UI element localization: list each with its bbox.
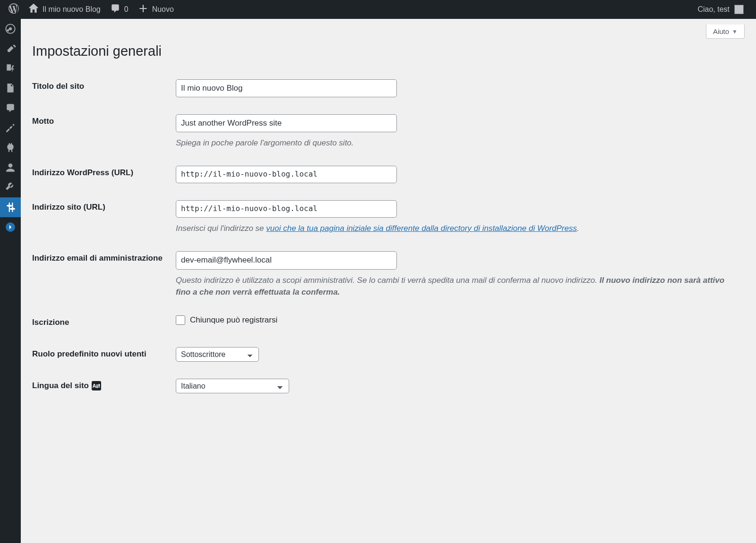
site-language-label: Lingua del sito A⇄ bbox=[32, 370, 170, 402]
page-title: Impostazioni generali bbox=[32, 39, 745, 62]
admin-email-description: Questo indirizzo è utilizzato a scopi am… bbox=[176, 274, 739, 298]
site-url-input[interactable] bbox=[176, 200, 397, 218]
site-url-description: Inserisci qui l'indirizzo se vuoi che la… bbox=[176, 222, 739, 235]
sidebar-item-settings[interactable] bbox=[0, 197, 21, 217]
sidebar-item-tools[interactable] bbox=[0, 178, 21, 197]
settings-form-table: Titolo del sito Motto Spiega in poche pa… bbox=[32, 71, 745, 402]
new-content-link[interactable]: Nuovo bbox=[133, 0, 179, 19]
site-name-label: Il mio nuovo Blog bbox=[43, 5, 101, 14]
help-tab-label: Aiuto bbox=[713, 27, 729, 35]
default-role-label: Ruolo predefinito nuovi utenti bbox=[32, 339, 170, 370]
membership-checkbox[interactable] bbox=[176, 315, 185, 325]
admin-email-label: Indirizzo email di amministrazione bbox=[32, 243, 170, 306]
wordpress-logo-menu[interactable] bbox=[4, 0, 24, 19]
site-url-help-link[interactable]: vuoi che la tua pagina iniziale sia diff… bbox=[266, 224, 577, 233]
translation-icon: A⇄ bbox=[92, 381, 101, 390]
sidebar-item-media[interactable] bbox=[0, 59, 21, 78]
sidebar-item-plugins[interactable] bbox=[0, 138, 21, 158]
user-greeting: Ciao, test bbox=[697, 5, 730, 14]
tagline-description: Spiega in poche parole l'argomento di qu… bbox=[176, 137, 739, 149]
help-tab-button[interactable]: Aiuto ▼ bbox=[706, 25, 745, 39]
comment-icon bbox=[110, 3, 120, 16]
membership-label: Iscrizione bbox=[32, 307, 170, 339]
sidebar-item-collapse[interactable] bbox=[0, 217, 21, 237]
tagline-label: Motto bbox=[32, 106, 170, 158]
avatar bbox=[734, 5, 744, 14]
sidebar-item-appearance[interactable] bbox=[0, 118, 21, 138]
admin-toolbar: Il mio nuovo Blog 0 Nuovo Ciao, test bbox=[0, 0, 756, 19]
site-url-label: Indirizzo sito (URL) bbox=[32, 192, 170, 243]
wordpress-url-input[interactable] bbox=[176, 166, 397, 183]
wordpress-url-label: Indirizzo WordPress (URL) bbox=[32, 157, 170, 192]
user-account-link[interactable]: Ciao, test bbox=[693, 0, 748, 19]
new-content-label: Nuovo bbox=[152, 5, 174, 14]
tagline-input[interactable] bbox=[176, 114, 397, 132]
wordpress-logo-icon bbox=[9, 3, 19, 16]
sidebar-item-posts[interactable] bbox=[0, 39, 21, 59]
site-language-select[interactable]: Italiano bbox=[176, 379, 289, 393]
admin-email-input[interactable] bbox=[176, 251, 397, 269]
site-title-label: Titolo del sito bbox=[32, 71, 170, 106]
sidebar-item-pages[interactable] bbox=[0, 78, 21, 98]
site-name-link[interactable]: Il mio nuovo Blog bbox=[24, 0, 105, 19]
membership-checkbox-label[interactable]: Chiunque può registrarsi bbox=[190, 315, 277, 325]
sidebar-item-comments[interactable] bbox=[0, 98, 21, 118]
sidebar-item-dashboard[interactable] bbox=[0, 19, 21, 39]
chevron-down-icon: ▼ bbox=[732, 28, 738, 35]
comments-link[interactable]: 0 bbox=[105, 0, 133, 19]
home-icon bbox=[28, 3, 39, 16]
default-role-select[interactable]: Sottoscrittore bbox=[176, 347, 259, 362]
admin-sidebar bbox=[0, 19, 21, 413]
sidebar-item-users[interactable] bbox=[0, 158, 21, 178]
comments-count: 0 bbox=[124, 5, 129, 14]
plus-icon bbox=[138, 3, 148, 16]
site-title-input[interactable] bbox=[176, 79, 397, 97]
